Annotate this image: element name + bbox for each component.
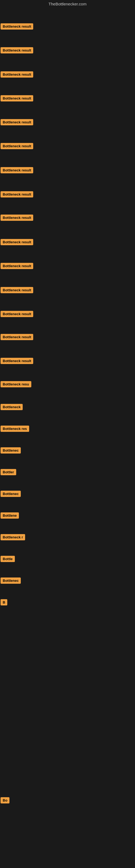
bottleneck-label[interactable]: Bottleneck result (1, 119, 33, 125)
bottleneck-label[interactable]: Bottleneck result (1, 334, 33, 340)
row-item: Bo (1, 789, 9, 811)
row-item: Bottler (1, 461, 16, 483)
bottleneck-label[interactable]: Bottleneck res (1, 426, 29, 432)
row-item: Bottleneck result (1, 231, 33, 253)
site-title-container: TheBottlenecker.com (0, 0, 135, 8)
row-item: Bottleneck result (1, 111, 33, 133)
row-item: Bottleneck r (1, 526, 25, 548)
bottleneck-label[interactable]: Bottle (1, 556, 15, 562)
row-item: Bottlenec (1, 439, 21, 461)
row-item: Bottleneck result (1, 16, 33, 37)
row-item: Bottlenec (1, 569, 21, 591)
row-item: Bottleneck result (1, 255, 33, 277)
bottleneck-label[interactable]: Bottleneck result (1, 23, 33, 30)
bottleneck-label[interactable]: Bottlene (1, 513, 19, 519)
bottleneck-label[interactable]: Bottleneck result (1, 95, 33, 101)
row-item: Bottleneck result (1, 183, 33, 205)
row-item: Bottleneck res (1, 418, 29, 439)
row-item: Bottleneck result (1, 39, 33, 61)
bottleneck-label[interactable]: Bottleneck result (1, 311, 33, 317)
bottleneck-label[interactable]: Bottleneck result (1, 239, 33, 245)
row-item: Bottlenec (1, 483, 21, 504)
bottleneck-label[interactable]: Bottleneck result (1, 71, 33, 78)
bottleneck-label[interactable]: Bottleneck resu (1, 381, 31, 388)
row-item: Bottle (1, 548, 15, 569)
bottleneck-label[interactable]: Bottlenec (1, 447, 21, 454)
bottleneck-label[interactable]: Bottleneck result (1, 263, 33, 269)
row-item: Bottleneck result (1, 135, 33, 157)
bottleneck-label[interactable]: Bottleneck result (1, 191, 33, 197)
row-item: Bottleneck result (1, 303, 33, 325)
bottleneck-label[interactable]: Bottler (1, 469, 16, 475)
bottleneck-label[interactable]: Bottleneck result (1, 215, 33, 221)
bottleneck-label[interactable]: Bottlenec (1, 491, 21, 497)
row-item: Bottleneck result (1, 87, 33, 109)
bottleneck-label[interactable]: Bottleneck r (1, 534, 25, 540)
bottleneck-label[interactable]: Bo (1, 797, 9, 803)
bottleneck-label[interactable]: Bottleneck result (1, 143, 33, 149)
bottleneck-label[interactable]: Bottleneck result (1, 358, 33, 364)
row-item: Bottleneck result (1, 350, 33, 372)
bottleneck-label[interactable]: B (1, 599, 7, 606)
row-item: Bottleneck result (1, 207, 33, 228)
bottleneck-label[interactable]: Bottlenec (1, 578, 21, 584)
row-item: Bottleneck result (1, 279, 33, 301)
site-title: TheBottlenecker.com (49, 2, 87, 6)
row-item: Bottleneck result (1, 326, 33, 348)
row-item: Bottlene (1, 504, 19, 526)
bottleneck-label[interactable]: Bottleneck result (1, 167, 33, 173)
row-item: B (1, 591, 7, 613)
bottleneck-label[interactable]: Bottleneck result (1, 47, 33, 54)
row-item: Bottleneck resu (1, 373, 31, 395)
row-item: Bottleneck result (1, 63, 33, 85)
bottleneck-label[interactable]: Bottleneck result (1, 287, 33, 293)
row-item: Bottleneck (1, 396, 23, 418)
row-item: Bottleneck result (1, 159, 33, 181)
bottleneck-label[interactable]: Bottleneck (1, 404, 23, 410)
